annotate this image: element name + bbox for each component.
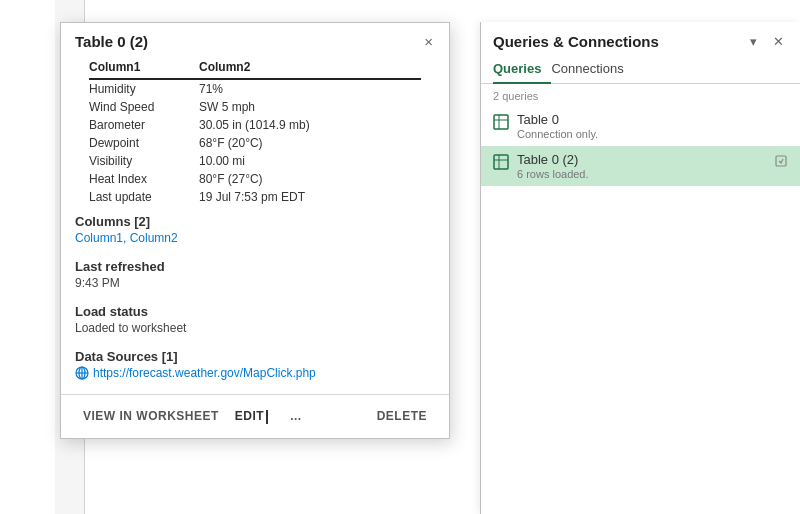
qc-item-table0[interactable]: Table 0 Connection only. (481, 106, 800, 146)
more-button[interactable]: ... (282, 405, 310, 427)
qc-header-icons: ▾ ✕ (746, 32, 788, 51)
qc-item-body-table0: Table 0 Connection only. (517, 112, 788, 140)
table-cell-col2: 10.00 mi (199, 152, 421, 170)
tab-connections[interactable]: Connections (551, 57, 633, 84)
qc-pin-button[interactable]: ▾ (746, 32, 761, 51)
data-table-wrapper: Column1 Column2 Humidity71%Wind SpeedSW … (61, 58, 449, 206)
table-row: Visibility10.00 mi (89, 152, 421, 170)
col2-header: Column2 (199, 58, 421, 79)
qc-item-name-table0: Table 0 (517, 112, 788, 127)
popup-header: Table 0 (2) × (61, 23, 449, 58)
table-row: Humidity71% (89, 79, 421, 98)
last-refreshed-section: Last refreshed 9:43 PM (61, 259, 449, 296)
table-row: Last update19 Jul 7:53 pm EDT (89, 188, 421, 206)
popup-card: Table 0 (2) × Column1 Column2 Humidity71… (60, 22, 450, 439)
table-cell-col1: Wind Speed (89, 98, 199, 116)
edit-button[interactable]: EDIT (227, 405, 282, 428)
load-status-title: Load status (75, 304, 435, 319)
table-cell-col1: Heat Index (89, 170, 199, 188)
table-row: Wind SpeedSW 5 mph (89, 98, 421, 116)
table-row: Dewpoint68°F (20°C) (89, 134, 421, 152)
table-cell-col1: Humidity (89, 79, 199, 98)
columns-title: Columns [2] (75, 214, 435, 229)
table-cell-col1: Barometer (89, 116, 199, 134)
svg-rect-4 (494, 115, 508, 129)
table-cell-col2: SW 5 mph (199, 98, 421, 116)
qc-count: 2 queries (481, 84, 800, 106)
table-row: Heat Index80°F (27°C) (89, 170, 421, 188)
load-status-section: Load status Loaded to worksheet (61, 304, 449, 341)
columns-links[interactable]: Column1, Column2 (75, 231, 435, 245)
last-refreshed-title: Last refreshed (75, 259, 435, 274)
qc-panel: Queries & Connections ▾ ✕ Queries Connec… (480, 22, 800, 514)
globe-icon (75, 366, 89, 380)
qc-close-button[interactable]: ✕ (769, 32, 788, 51)
qc-item-desc-table0-2: 6 rows loaded. (517, 168, 766, 180)
qc-item-icon-table0-2 (493, 154, 509, 173)
table-cell-col1: Last update (89, 188, 199, 206)
popup-close-button[interactable]: × (422, 34, 435, 49)
data-table: Column1 Column2 Humidity71%Wind SpeedSW … (89, 58, 421, 206)
qc-item-body-table0-2: Table 0 (2) 6 rows loaded. (517, 152, 766, 180)
qc-item-name-table0-2: Table 0 (2) (517, 152, 766, 167)
qc-item-icon-table0 (493, 114, 509, 133)
col1-header: Column1 (89, 58, 199, 79)
data-sources-section: Data Sources [1] https://forecast.weathe… (61, 349, 449, 386)
popup-title: Table 0 (2) (75, 33, 148, 50)
view-in-worksheet-button[interactable]: VIEW IN WORKSHEET (75, 405, 227, 427)
columns-section: Columns [2] Column1, Column2 (61, 214, 449, 251)
svg-rect-10 (776, 156, 786, 166)
last-refreshed-value: 9:43 PM (75, 276, 435, 290)
table-cell-col1: Dewpoint (89, 134, 199, 152)
cursor-indicator (266, 410, 274, 424)
qc-title: Queries & Connections (493, 33, 659, 50)
table-cell-col2: 71% (199, 79, 421, 98)
popup-footer: VIEW IN WORKSHEET EDIT ... DELETE (61, 394, 449, 438)
delete-button[interactable]: DELETE (369, 405, 435, 427)
qc-item-action-table0-2 (774, 154, 788, 171)
datasource-url[interactable]: https://forecast.weather.gov/MapClick.ph… (93, 366, 316, 380)
load-status-value: Loaded to worksheet (75, 321, 435, 335)
table-cell-col2: 30.05 in (1014.9 mb) (199, 116, 421, 134)
table-cell-col2: 68°F (20°C) (199, 134, 421, 152)
table-row: Barometer30.05 in (1014.9 mb) (89, 116, 421, 134)
table-cell-col1: Visibility (89, 152, 199, 170)
qc-header: Queries & Connections ▾ ✕ (481, 22, 800, 51)
svg-rect-7 (494, 155, 508, 169)
tab-queries[interactable]: Queries (493, 57, 551, 84)
qc-list: Table 0 Connection only. Table 0 (2) 6 r… (481, 106, 800, 186)
qc-tabs: Queries Connections (481, 51, 800, 84)
table-cell-col2: 19 Jul 7:53 pm EDT (199, 188, 421, 206)
qc-item-table0-2[interactable]: Table 0 (2) 6 rows loaded. (481, 146, 800, 186)
table-cell-col2: 80°F (27°C) (199, 170, 421, 188)
data-sources-title: Data Sources [1] (75, 349, 435, 364)
datasource-row: https://forecast.weather.gov/MapClick.ph… (75, 366, 435, 380)
qc-item-desc-table0: Connection only. (517, 128, 788, 140)
